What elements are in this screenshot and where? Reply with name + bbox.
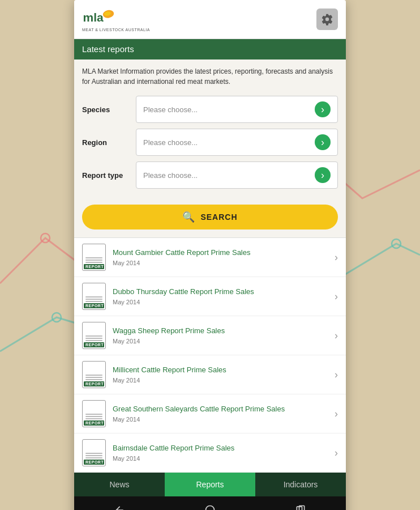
description-text: MLA Market Information provides the late… xyxy=(74,60,346,92)
report-badge: REPORT xyxy=(84,303,104,308)
chevron-right-icon: › xyxy=(335,408,338,420)
report-title: Bairnsdale Cattle Report Prime Sales xyxy=(113,444,328,453)
report-type-filter-row: Report type Please choose... xyxy=(82,162,338,189)
region-filter-row: Region Please choose... xyxy=(82,129,338,156)
report-badge: REPORT xyxy=(84,381,104,386)
report-title: Great Southern Saleyards Cattle Report P… xyxy=(113,405,328,414)
chevron-right-icon: › xyxy=(335,369,338,381)
header: mla MEAT & LIVESTOCK AUSTRALIA xyxy=(74,0,346,39)
report-type-placeholder: Please choose... xyxy=(143,171,198,180)
report-info: Great Southern Saleyards Cattle Report P… xyxy=(113,405,328,423)
nav-item-indicators[interactable]: Indicators xyxy=(255,473,346,496)
region-arrow-icon xyxy=(315,134,331,150)
svg-point-11 xyxy=(206,506,215,511)
mla-logo-image: mla xyxy=(82,7,116,27)
report-date: May 2014 xyxy=(113,338,328,345)
app-frame: mla MEAT & LIVESTOCK AUSTRALIA Latest re… xyxy=(74,0,346,510)
main-content: MLA Market Information provides the late… xyxy=(74,60,346,473)
report-badge: REPORT xyxy=(84,420,104,426)
report-type-label: Report type xyxy=(82,171,136,180)
nav-item-news[interactable]: News xyxy=(74,473,165,496)
svg-point-7 xyxy=(392,239,401,248)
report-info: Millicent Cattle Report Prime Sales May … xyxy=(113,366,328,384)
report-item[interactable]: REPORT Dubbo Thursday Cattle Report Prim… xyxy=(74,277,346,316)
report-icon: REPORT xyxy=(82,322,106,349)
search-row: 🔍 SEARCH xyxy=(74,202,346,237)
report-title: Dubbo Thursday Cattle Report Prime Sales xyxy=(113,287,328,297)
bottom-nav: NewsReportsIndicators xyxy=(74,473,346,496)
report-date: May 2014 xyxy=(113,377,328,384)
report-title: Mount Gambier Cattle Report Prime Sales xyxy=(113,248,328,258)
report-icon: REPORT xyxy=(82,361,106,388)
species-label: Species xyxy=(82,105,136,114)
recents-icon xyxy=(295,504,306,510)
species-filter-row: Species Please choose... xyxy=(82,96,338,123)
report-item[interactable]: REPORT Millicent Cattle Report Prime Sal… xyxy=(74,355,346,394)
report-info: Dubbo Thursday Cattle Report Prime Sales… xyxy=(113,287,328,306)
mla-logo: mla MEAT & LIVESTOCK AUSTRALIA xyxy=(82,7,150,32)
chevron-right-icon: › xyxy=(335,447,338,459)
reports-list: REPORT Mount Gambier Cattle Report Prime… xyxy=(74,237,346,473)
report-date: May 2014 xyxy=(113,455,328,462)
report-date: May 2014 xyxy=(113,260,328,266)
species-select[interactable]: Please choose... xyxy=(136,96,338,123)
settings-button[interactable] xyxy=(316,8,338,30)
report-badge: REPORT xyxy=(84,342,104,347)
svg-point-4 xyxy=(52,313,61,322)
nav-item-reports[interactable]: Reports xyxy=(165,473,255,496)
species-placeholder: Please choose... xyxy=(143,105,198,114)
report-info: Mount Gambier Cattle Report Prime Sales … xyxy=(113,248,328,267)
report-item[interactable]: REPORT Bairnsdale Cattle Report Prime Sa… xyxy=(74,434,346,473)
report-title: Millicent Cattle Report Prime Sales xyxy=(113,366,328,375)
android-home-button[interactable] xyxy=(202,502,218,510)
report-icon: REPORT xyxy=(82,400,106,427)
report-item[interactable]: REPORT Mount Gambier Cattle Report Prime… xyxy=(74,238,346,277)
report-badge: REPORT xyxy=(84,264,104,269)
android-recents-button[interactable] xyxy=(293,502,308,510)
home-icon xyxy=(204,504,216,510)
search-icon: 🔍 xyxy=(182,211,195,223)
report-item[interactable]: REPORT Great Southern Saleyards Cattle R… xyxy=(74,394,346,434)
report-icon: REPORT xyxy=(82,283,106,310)
chevron-right-icon: › xyxy=(335,330,338,342)
android-back-button[interactable] xyxy=(112,502,127,510)
species-arrow-icon xyxy=(315,101,331,117)
filters-section: Species Please choose... Region Please c… xyxy=(74,92,346,202)
android-nav-bar xyxy=(74,496,346,510)
report-type-select[interactable]: Please choose... xyxy=(136,162,338,189)
title-bar-text: Latest reports xyxy=(82,44,134,54)
svg-point-0 xyxy=(41,233,50,243)
region-placeholder: Please choose... xyxy=(143,138,198,147)
report-info: Bairnsdale Cattle Report Prime Sales May… xyxy=(113,444,328,462)
chevron-right-icon: › xyxy=(335,252,338,264)
chevron-right-icon: › xyxy=(335,291,338,303)
logo-subtitle: MEAT & LIVESTOCK AUSTRALIA xyxy=(82,28,150,32)
report-icon: REPORT xyxy=(82,439,106,466)
report-title: Wagga Sheep Report Prime Sales xyxy=(113,326,328,336)
report-type-arrow-icon xyxy=(315,167,331,183)
title-bar: Latest reports xyxy=(74,39,346,60)
region-label: Region xyxy=(82,138,136,147)
report-date: May 2014 xyxy=(113,299,328,305)
search-button-label: SEARCH xyxy=(200,212,237,222)
search-button[interactable]: 🔍 SEARCH xyxy=(82,205,338,230)
report-badge: REPORT xyxy=(84,460,104,465)
gear-icon xyxy=(321,13,333,26)
back-icon xyxy=(114,504,125,510)
report-date: May 2014 xyxy=(113,416,328,423)
report-icon: REPORT xyxy=(82,244,106,271)
report-item[interactable]: REPORT Wagga Sheep Report Prime Sales Ma… xyxy=(74,316,346,355)
svg-text:mla: mla xyxy=(83,11,104,24)
report-info: Wagga Sheep Report Prime Sales May 2014 xyxy=(113,326,328,345)
region-select[interactable]: Please choose... xyxy=(136,129,338,156)
